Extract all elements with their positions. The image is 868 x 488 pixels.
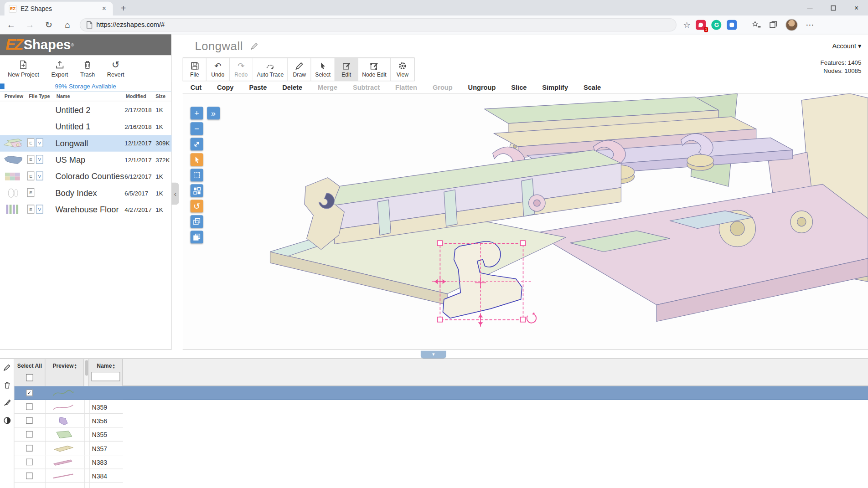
cut-button[interactable]: Cut [183, 83, 209, 91]
node-edit-button[interactable]: Node Edit [358, 58, 391, 81]
zoom-out-button[interactable]: − [191, 122, 203, 135]
revert-button[interactable]: ↺ Revert [107, 60, 124, 77]
preview-header[interactable]: Preview▴▾ [46, 359, 84, 386]
file-row[interactable]: E V Colorado Counties 6/12/2017 1K [0, 168, 171, 185]
name-filter-input[interactable] [91, 372, 120, 381]
refresh-icon[interactable]: ↻ [41, 17, 57, 32]
pointer-tool-button[interactable] [191, 153, 203, 166]
fit-view-button[interactable] [191, 138, 203, 150]
rename-project-button[interactable] [250, 42, 258, 50]
window-maximize-button[interactable] [822, 0, 845, 15]
style-brush-button[interactable] [3, 399, 11, 406]
col-name[interactable]: Name [57, 93, 70, 99]
feature-row[interactable]: N357 [15, 442, 123, 455]
row-checkbox[interactable] [26, 403, 33, 410]
window-minimize-button[interactable] [798, 0, 822, 15]
browser-tab[interactable]: EZ EZ Shapes × [5, 2, 113, 15]
palette-expand-button[interactable]: » [207, 107, 220, 119]
settings-more-icon[interactable]: ⋯ [806, 20, 814, 30]
file-row[interactable]: E V US Map 12/1/2017 372K [0, 152, 171, 168]
address-bar[interactable]: https://ezshapes.com/# [80, 18, 677, 31]
row-checkbox[interactable] [26, 459, 33, 466]
row-checkbox[interactable]: ✓ [26, 390, 33, 396]
row-checkbox[interactable] [26, 431, 33, 438]
main-toolbar: File ↶ Undo ↷ Redo Auto Trace Draw Selec… [183, 57, 415, 81]
delete-feature-button[interactable] [3, 381, 11, 389]
paste-button[interactable]: Paste [241, 83, 274, 91]
select-similar-button[interactable] [191, 184, 203, 197]
bring-forward-button[interactable] [191, 215, 203, 228]
copy-button[interactable]: Copy [209, 83, 241, 91]
storage-label: 99% Storage Available [0, 82, 171, 91]
select-all-checkbox[interactable] [26, 374, 33, 381]
select-button[interactable]: Select [311, 58, 335, 81]
bottom-panel-collapse-button[interactable]: ▾ [421, 351, 446, 359]
feature-row[interactable]: N383 [15, 455, 123, 469]
back-icon[interactable]: ← [3, 17, 19, 32]
rotate-tool-button[interactable]: ↺ [191, 200, 203, 212]
file-button[interactable]: File [183, 58, 207, 81]
collections-icon[interactable] [769, 20, 778, 29]
col-size[interactable]: Size [155, 93, 165, 99]
ungroup-button[interactable]: Ungroup [460, 83, 504, 91]
col-preview[interactable]: Preview [5, 93, 23, 99]
col-file-type[interactable]: File Type [29, 93, 50, 99]
file-row[interactable]: Untitled 1 2/16/2018 1K [0, 118, 171, 135]
scrollbar-thumb[interactable] [85, 360, 88, 375]
page-info-icon[interactable] [86, 21, 93, 29]
feature-row[interactable]: N355 [15, 428, 123, 442]
feature-row-partial[interactable] [15, 483, 123, 488]
feature-row[interactable]: N384 [15, 469, 123, 483]
zoom-in-button[interactable]: + [191, 107, 203, 119]
feature-preview [51, 388, 75, 398]
row-checkbox[interactable] [26, 445, 33, 452]
account-menu-button[interactable]: Account ▾ [832, 42, 861, 50]
adblock-extension-icon[interactable]: 1 [696, 20, 706, 30]
grammarly-extension-icon[interactable]: G [712, 20, 722, 30]
file-type-e-icon: E [27, 139, 34, 147]
slice-button[interactable]: Slice [503, 83, 534, 91]
profile-avatar[interactable] [786, 19, 798, 31]
export-button[interactable]: Export [51, 60, 68, 77]
delete-button[interactable]: Delete [274, 83, 310, 91]
col-modified[interactable]: Modified [126, 93, 146, 99]
undo-button[interactable]: ↶ Undo [207, 58, 230, 81]
row-checkbox[interactable] [26, 417, 33, 424]
scale-button[interactable]: Scale [576, 83, 609, 91]
drawing-canvas[interactable]: + − ↺ » [183, 93, 868, 349]
tab-close-icon[interactable]: × [100, 4, 108, 13]
trash-button[interactable]: Trash [80, 60, 95, 77]
feature-row[interactable]: N359 [15, 400, 123, 414]
send-backward-button[interactable] [191, 231, 203, 243]
sidebar-collapse-button[interactable]: ‹ [171, 183, 179, 205]
marquee-select-button[interactable] [191, 169, 203, 181]
view-button[interactable]: View [391, 58, 414, 81]
draw-button[interactable]: Draw [288, 58, 311, 81]
file-row[interactable]: E V Warehouse Floor 4/27/2017 1K [0, 201, 171, 218]
simplify-button[interactable]: Simplify [534, 83, 576, 91]
favorite-star-icon[interactable]: ☆ [683, 20, 690, 30]
storage-used-bar [0, 83, 5, 89]
window-close-button[interactable]: × [845, 0, 868, 15]
list-scrollbar[interactable] [84, 359, 89, 386]
contrast-button[interactable] [3, 416, 11, 424]
feature-row-selected[interactable]: ✓ [15, 386, 868, 400]
edit-button[interactable]: Edit [335, 58, 358, 81]
file-row[interactable]: Untitled 2 2/17/2018 1K [0, 102, 171, 118]
extension-icon[interactable] [727, 20, 737, 30]
feature-row[interactable]: N356 [15, 414, 123, 427]
url-text[interactable]: https://ezshapes.com/# [96, 21, 165, 29]
file-row[interactable]: E Body Index 6/5/2017 1K [0, 185, 171, 201]
file-preview-thumbnail [3, 187, 24, 199]
expand-icon [193, 140, 201, 148]
edit-feature-button[interactable] [3, 364, 11, 371]
file-row-selected[interactable]: E V Longwall 12/1/2017 309K [0, 135, 171, 151]
row-checkbox[interactable] [26, 473, 33, 479]
favorites-list-icon[interactable] [753, 20, 761, 29]
tab-favicon-icon: EZ [9, 5, 16, 12]
new-project-button[interactable]: New Project [8, 60, 39, 77]
node-edit-icon [370, 61, 378, 70]
home-icon[interactable]: ⌂ [60, 17, 75, 32]
auto-trace-button[interactable]: Auto Trace [253, 58, 288, 81]
new-tab-button[interactable]: + [117, 3, 129, 15]
